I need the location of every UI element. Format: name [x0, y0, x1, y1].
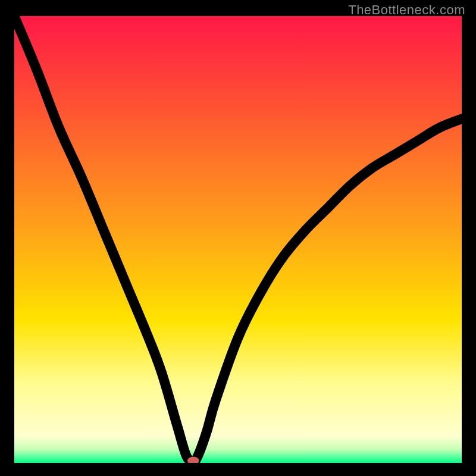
chart-container: TheBottleneck.com	[0, 0, 476, 476]
plot-area	[14, 16, 462, 463]
plot-svg	[14, 16, 462, 463]
gradient-background	[14, 16, 462, 463]
